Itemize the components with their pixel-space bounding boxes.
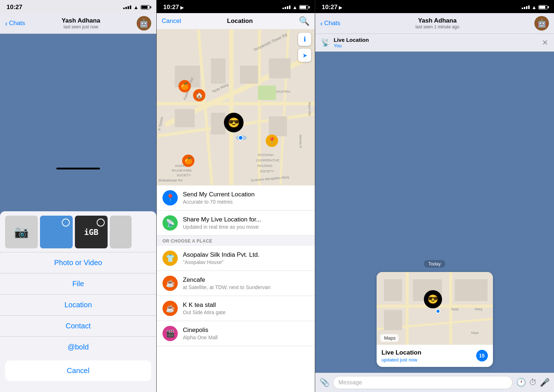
chevron-icon-p3: ‹ bbox=[320, 19, 323, 28]
map-pin-2: 🏠 bbox=[193, 89, 205, 101]
map-navigate-button[interactable]: ➤ bbox=[298, 49, 311, 62]
svg-rect-13 bbox=[211, 113, 225, 135]
place-icon-3: ☕ bbox=[162, 301, 178, 316]
message-input[interactable]: Message bbox=[333, 376, 513, 389]
nav-subtitle-p3: last seen 1 minute ago bbox=[416, 24, 459, 29]
battery-icon-p1 bbox=[141, 5, 150, 9]
nav-bar-p2: Cancel Location 🔍 bbox=[157, 13, 315, 29]
photo-video-option[interactable]: Photo or Video bbox=[0, 252, 156, 273]
svg-text:COOPERATIVE: COOPERATIVE bbox=[256, 159, 280, 162]
timer-button[interactable]: ⏱ bbox=[529, 378, 537, 387]
location-message-bubble[interactable]: Nyay Marg Naya 😎 Maps bbox=[377, 272, 493, 367]
status-bar-p3: 10:27 ▶ ▲ bbox=[315, 0, 554, 13]
contact-option[interactable]: Contact bbox=[0, 315, 156, 336]
svg-rect-4 bbox=[157, 102, 315, 105]
place-text-4: Cinepolis Alpha One Mall bbox=[183, 327, 309, 340]
map-info-button[interactable]: ℹ bbox=[298, 33, 311, 46]
place-title-4: Cinepolis bbox=[183, 327, 309, 334]
recent-button[interactable]: 🕐 bbox=[516, 378, 526, 387]
battery-p2 bbox=[299, 5, 308, 9]
live-loc-subtitle: You bbox=[334, 43, 369, 48]
signal-dot-2-p2 bbox=[285, 7, 286, 9]
back-button-p1[interactable]: ‹ Chats bbox=[5, 19, 25, 28]
user-pin-map: 😎 bbox=[224, 113, 244, 132]
s3 bbox=[526, 6, 527, 9]
bold-option[interactable]: @bold bbox=[0, 336, 156, 357]
photo-thumb-1[interactable] bbox=[40, 216, 73, 248]
microphone-button[interactable]: 🎤 bbox=[540, 378, 550, 387]
place-text-3: K K tea stall Out Side Atira gate bbox=[183, 301, 309, 315]
place-subtitle-2: at Satellite, at TDW, next to Sundervan bbox=[183, 284, 309, 290]
camera-thumb[interactable]: 📷 bbox=[5, 216, 38, 248]
photo-thumb-2[interactable]: iGB bbox=[75, 216, 108, 248]
panel-share-menu: 10:27 ▲ ‹ Chats Yash Adhana last seen ju… bbox=[0, 0, 156, 392]
nav-title-p1: Yash Adhana bbox=[61, 17, 100, 24]
current-loc-title: Send My Current Location bbox=[183, 191, 309, 198]
message-input-bar: 📎 Message 🕐 ⏱ 🎤 bbox=[315, 373, 554, 392]
back-button-p3[interactable]: ‹ Chats bbox=[320, 19, 340, 28]
status-bar-p2: 10:27 ▶ ▲ bbox=[157, 0, 315, 13]
avatar-p3[interactable]: 🤖 bbox=[534, 16, 549, 31]
current-loc-subtitle: Accurate to 70 metres bbox=[183, 199, 309, 205]
location-option[interactable]: Location bbox=[0, 294, 156, 315]
place-subtitle-4: Alpha One Mall bbox=[183, 335, 309, 340]
place-item-3[interactable]: ☕ K K tea stall Out Side Atira gate bbox=[157, 296, 315, 321]
bubble-live-title: Live Location bbox=[382, 349, 422, 356]
nav-bar-p3: ‹ Chats Yash Adhana last seen 1 minute a… bbox=[315, 13, 554, 34]
share-sheet: 📷 iGB Photo or Video File Location Conta… bbox=[0, 211, 156, 392]
bubble-updated-text: updated just now bbox=[382, 357, 422, 363]
send-current-location-item[interactable]: 📍 Send My Current Location Accurate to 7… bbox=[157, 185, 315, 211]
map-pin-4: 🍊 bbox=[182, 155, 194, 167]
message-placeholder: Message bbox=[338, 379, 362, 386]
signal-p2 bbox=[282, 5, 290, 9]
cancel-sheet-button[interactable]: Cancel bbox=[5, 360, 151, 381]
svg-rect-15 bbox=[258, 85, 276, 100]
place-subtitle-3: Out Side Atira gate bbox=[183, 309, 309, 315]
wifi-icon-p2: ▲ bbox=[292, 4, 297, 10]
battery-fill-p2 bbox=[300, 6, 306, 9]
panel-chat: 10:27 ▶ ▲ bbox=[315, 0, 554, 392]
place-title-2: Zencafe bbox=[183, 276, 309, 284]
home-bar-p1 bbox=[56, 168, 100, 169]
avatar-emoji-p1: 🤖 bbox=[139, 19, 149, 28]
search-button-p2[interactable]: 🔍 bbox=[299, 16, 310, 26]
close-live-location-button[interactable]: ✕ bbox=[542, 38, 548, 47]
bubble-map-blue-dot bbox=[436, 309, 440, 313]
s2 bbox=[524, 7, 525, 9]
svg-text:Naya: Naya bbox=[471, 331, 479, 335]
attach-button[interactable]: 📎 bbox=[320, 378, 329, 387]
map-bubble-image: Nyay Marg Naya 😎 Maps bbox=[377, 272, 493, 345]
map-pin-1: 🍊 bbox=[178, 80, 191, 92]
share-live-location-item[interactable]: 📡 Share My Live Location for... Updated … bbox=[157, 211, 315, 236]
svg-text:Jeevan D: Jeevan D bbox=[299, 135, 302, 148]
avatar-p1[interactable]: 🤖 bbox=[137, 16, 151, 31]
place-item-2[interactable]: ☕ Zencafe at Satellite, at TDW, next to … bbox=[157, 271, 315, 296]
bfill-p3 bbox=[539, 6, 545, 9]
location-list: 📍 Send My Current Location Accurate to 7… bbox=[157, 185, 315, 346]
place-item-1[interactable]: 👕 Asopalav Silk India Pvt. Ltd. "Asopala… bbox=[157, 246, 315, 271]
place-title-3: K K tea stall bbox=[183, 301, 309, 309]
svg-rect-37 bbox=[384, 279, 402, 301]
selection-circle-2 bbox=[97, 219, 105, 227]
back-label-p3: Chats bbox=[324, 20, 340, 27]
place-item-4[interactable]: 🎬 Cinepolis Alpha One Mall bbox=[157, 321, 315, 346]
svg-rect-2 bbox=[229, 29, 233, 185]
photo-thumb-3[interactable] bbox=[110, 216, 132, 248]
live-loc-text: Share My Live Location for... Updated in… bbox=[183, 216, 309, 230]
svg-text:Nyay: Nyay bbox=[451, 307, 459, 311]
svg-rect-0 bbox=[157, 29, 315, 185]
cancel-button-p2[interactable]: Cancel bbox=[162, 17, 181, 25]
map-bubble-footer: Live Location updated just now 15 bbox=[377, 345, 493, 367]
igb-label: iGB bbox=[84, 228, 99, 237]
svg-rect-9 bbox=[211, 59, 225, 84]
file-option[interactable]: File bbox=[0, 273, 156, 294]
photo-thumbnails: 📷 iGB bbox=[0, 211, 156, 252]
location-arrow-icon-p2: ▶ bbox=[180, 5, 184, 10]
live-loc-title: Live Location bbox=[334, 37, 369, 43]
place-text-1: Asopalav Silk India Pvt. Ltd. "Asopalav … bbox=[183, 251, 309, 265]
nav-title-p3: Yash Adhana bbox=[416, 17, 459, 24]
place-text-2: Zencafe at Satellite, at TDW, next to Su… bbox=[183, 276, 309, 290]
live-loc-subtitle: Updated in real time as you move bbox=[183, 224, 309, 230]
map-view-p2[interactable]: Suryamshi Tower Rd VASTRA Kadambari Rd N… bbox=[157, 29, 315, 185]
selection-circle-1 bbox=[62, 219, 70, 227]
